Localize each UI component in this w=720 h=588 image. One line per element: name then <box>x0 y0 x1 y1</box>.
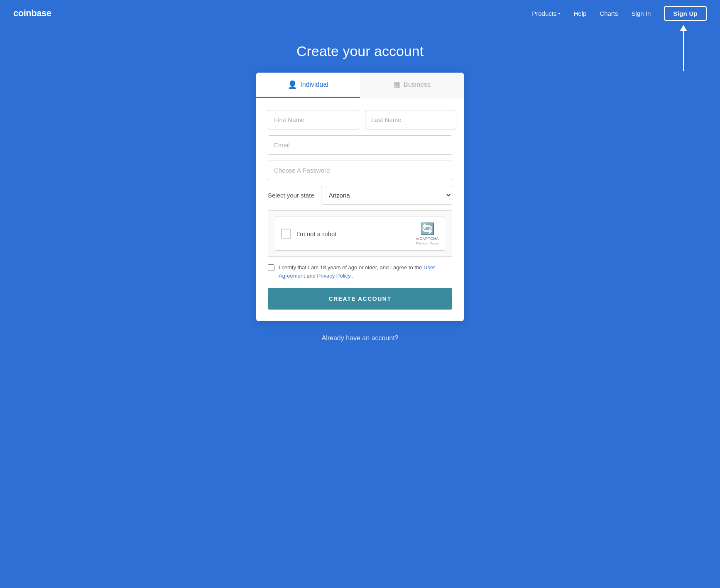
nav-help[interactable]: Help <box>573 10 586 17</box>
state-select[interactable]: Arizona Alabama Alaska Arkansas Californ… <box>321 186 452 205</box>
nav-products-label: Products <box>532 10 556 17</box>
terms-period: . <box>352 273 354 279</box>
tab-business-label: Business <box>404 81 431 88</box>
captcha-left: I'm not a robot <box>281 229 336 239</box>
nav-charts-label: Charts <box>600 10 618 17</box>
nav-signin[interactable]: Sign In <box>632 10 651 17</box>
first-name-field[interactable] <box>268 110 359 129</box>
captcha-checkbox[interactable] <box>281 229 291 239</box>
captcha-links: Privacy - Terms <box>416 242 439 245</box>
signup-card: 👤 Individual ▦ Business <box>256 73 464 321</box>
nav-links: Products ▾ Help Charts Sign In Sign Up <box>532 6 707 21</box>
nav-charts[interactable]: Charts <box>600 10 618 17</box>
terms-text: I certify that I am 18 years of age or o… <box>279 264 452 280</box>
form-body: Select your state Arizona Alabama Alaska… <box>256 98 464 321</box>
footer-text: Already have an account? <box>321 334 398 342</box>
tab-business[interactable]: ▦ Business <box>360 73 464 98</box>
terms-text-1: I certify that I am 18 years of age or o… <box>279 264 422 271</box>
create-account-button[interactable]: CREATE ACCOUNT <box>268 288 452 310</box>
password-field[interactable] <box>268 161 452 180</box>
terms-and: and <box>306 273 316 279</box>
logo: coinbase <box>13 8 51 19</box>
state-label: Select your state <box>268 192 314 199</box>
nav-signin-label: Sign In <box>632 10 651 17</box>
name-row <box>268 110 452 129</box>
main-content: Create your account 👤 Individual ▦ Busin… <box>0 27 720 367</box>
email-field[interactable] <box>268 135 452 155</box>
nav-help-label: Help <box>573 10 586 17</box>
captcha-right: 🔄 reCAPTCHA Privacy - Terms <box>416 222 439 245</box>
tab-individual[interactable]: 👤 Individual <box>256 73 360 98</box>
navbar: coinbase Products ▾ Help Charts Sign In … <box>0 0 720 27</box>
chevron-down-icon: ▾ <box>558 11 560 16</box>
account-type-tabs: 👤 Individual ▦ Business <box>256 73 464 98</box>
captcha-brand: reCAPTCHA <box>416 237 439 241</box>
terms-checkbox[interactable] <box>268 264 274 271</box>
recaptcha-logo-icon: 🔄 <box>420 222 435 236</box>
captcha-wrapper: I'm not a robot 🔄 reCAPTCHA Privacy - Te… <box>268 210 452 257</box>
business-icon: ▦ <box>393 80 400 89</box>
terms-row: I certify that I am 18 years of age or o… <box>268 264 452 280</box>
individual-icon: 👤 <box>288 80 297 89</box>
privacy-policy-link[interactable]: Privacy Policy <box>317 273 353 279</box>
last-name-field[interactable] <box>365 110 456 129</box>
tab-individual-label: Individual <box>300 81 328 88</box>
captcha-text: I'm not a robot <box>297 230 336 237</box>
signup-button[interactable]: Sign Up <box>664 6 707 21</box>
nav-products[interactable]: Products ▾ <box>532 10 560 17</box>
page-title: Create your account <box>296 43 424 59</box>
state-row: Select your state Arizona Alabama Alaska… <box>268 186 452 205</box>
captcha-inner: I'm not a robot 🔄 reCAPTCHA Privacy - Te… <box>275 217 445 251</box>
